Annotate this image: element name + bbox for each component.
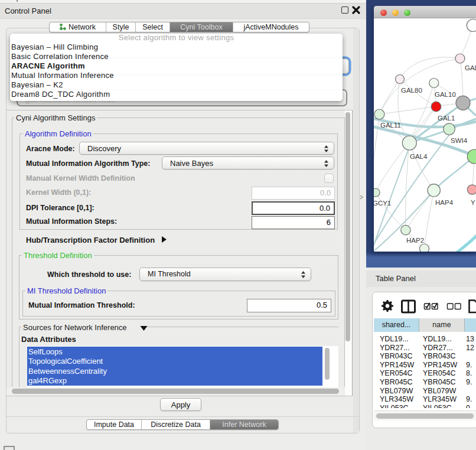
svg-text:HAP4: HAP4 — [435, 199, 454, 206]
svg-text:GAL10: GAL10 — [435, 91, 456, 98]
svg-text:Y: Y — [471, 199, 475, 206]
svg-text:GAL2: GAL2 — [465, 64, 476, 71]
svg-text:GAL80: GAL80 — [401, 87, 422, 94]
svg-text:SWI4: SWI4 — [451, 137, 468, 144]
svg-text:GCY1: GCY1 — [374, 200, 391, 207]
svg-text:HAP2: HAP2 — [406, 237, 424, 244]
svg-text:GAL1: GAL1 — [438, 115, 455, 122]
svg-text:GAL11: GAL11 — [380, 122, 401, 129]
svg-text:GAL4: GAL4 — [410, 153, 428, 160]
